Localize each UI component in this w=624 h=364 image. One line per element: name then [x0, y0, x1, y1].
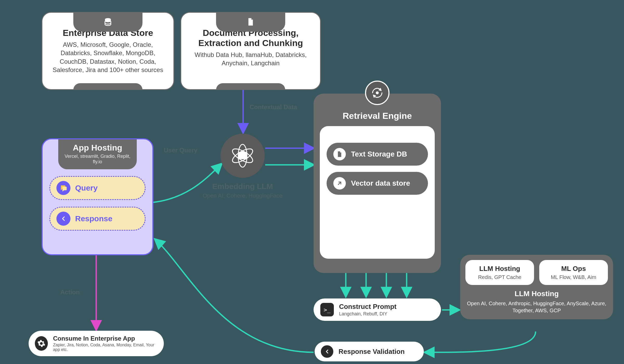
- embedding-desc: Open AI, Cohere, HuggingFace: [200, 192, 285, 199]
- enterprise-data-store-tab: [73, 12, 142, 32]
- construct-prompt-pill: >_ Construct Prompt Langchain, Rebuff, D…: [314, 298, 441, 321]
- retrieval-engine-body: Text Storage DB Vector data store: [320, 126, 435, 259]
- text-storage-pill: Text Storage DB: [327, 143, 428, 166]
- llm-hosting-main-desc: Open AI, Cohere, Anthropic, HuggingFace,…: [465, 300, 608, 314]
- app-hosting-title: App Hosting: [64, 143, 131, 153]
- embedding-atom-icon: [229, 142, 257, 170]
- response-validation-label: Response Validation: [339, 348, 405, 356]
- gear-icon: [35, 336, 48, 351]
- mlops-card: ML Ops ML Flow, W&B, Aim: [539, 260, 608, 285]
- chat-icon: [56, 181, 70, 195]
- edge-label-action: Action: [60, 289, 80, 296]
- llm-hosting-panel: LLM Hosting Redis, GPT Cache ML Ops ML F…: [460, 255, 613, 319]
- llm-hosting-main-title: LLM Hosting: [465, 290, 608, 298]
- consume-app-pill: Consume In Enterprise App Zapier, Jira, …: [29, 331, 164, 356]
- query-label: Query: [75, 184, 98, 192]
- llm-cache-title: LLM Hosting: [470, 265, 530, 273]
- document-processing-card: Document Processing, Extraction and Chun…: [180, 12, 321, 90]
- svg-rect-5: [238, 153, 247, 159]
- app-hosting-desc: Vercel, streamlit, Gradio, Replit, fly.i…: [64, 154, 131, 165]
- consume-app-desc: Zapier, Jira, Notion, Coda, Asana, Monda…: [53, 343, 158, 352]
- enterprise-data-store-tab-bottom: [73, 83, 142, 90]
- llm-cache-card: LLM Hosting Redis, GPT Cache: [465, 260, 534, 285]
- arrow-left-icon: [321, 345, 333, 358]
- refresh-gear-icon: [365, 81, 389, 105]
- document-fill-icon: [333, 148, 346, 160]
- construct-prompt-desc: Langchain, Rebuff, DIY: [339, 311, 396, 317]
- enterprise-data-store-desc: AWS, Microsoft, Google, Oracle, Databric…: [51, 41, 165, 74]
- document-processing-tab-bottom: [216, 83, 285, 90]
- diagram-canvas: Enterprise Data Store AWS, Microsoft, Go…: [0, 0, 624, 364]
- arrow-up-right-icon: [333, 177, 346, 190]
- embedding-node: [220, 134, 265, 178]
- app-hosting-panel: App Hosting Vercel, streamlit, Gradio, R…: [42, 138, 153, 255]
- retrieval-engine-title: Retrieval Engine: [320, 111, 435, 121]
- terminal-icon: >_: [320, 303, 334, 316]
- arrow-left-circle-icon: [56, 212, 70, 226]
- retrieval-engine-panel: Retrieval Engine Text Storage DB Vector …: [314, 94, 441, 273]
- enterprise-data-store-card: Enterprise Data Store AWS, Microsoft, Go…: [42, 12, 174, 90]
- llm-cache-desc: Redis, GPT Cache: [470, 274, 530, 280]
- database-stack-icon: [103, 17, 112, 26]
- query-pill: Query: [49, 176, 146, 200]
- document-processing-tab: [216, 12, 285, 32]
- embedding-title: Embedding LLM: [200, 182, 285, 191]
- construct-prompt-title: Construct Prompt: [339, 303, 396, 311]
- edge-label-contextual-data: Contextual Data: [250, 103, 297, 111]
- vector-store-pill: Vector data store: [327, 172, 428, 195]
- embedding-labels: Embedding LLM Open AI, Cohere, HuggingFa…: [200, 182, 285, 199]
- mlops-title: ML Ops: [543, 265, 604, 273]
- llm-hosting-main: LLM Hosting Open AI, Cohere, Anthropic, …: [465, 290, 608, 314]
- response-pill: Response: [49, 207, 146, 231]
- response-validation-pill: Response Validation: [315, 342, 424, 361]
- response-label: Response: [75, 214, 112, 223]
- svg-point-6: [376, 91, 379, 94]
- vector-store-label: Vector data store: [351, 179, 410, 187]
- edge-label-user-query: User Query: [164, 147, 197, 154]
- consume-app-title: Consume In Enterprise App: [53, 335, 158, 342]
- mlops-desc: ML Flow, W&B, Aim: [543, 274, 604, 280]
- document-processing-desc: Withub Data Hub, llamaHub, Databricks, A…: [190, 51, 311, 68]
- app-hosting-header: App Hosting Vercel, streamlit, Gradio, R…: [58, 139, 137, 169]
- document-icon: [246, 17, 255, 26]
- text-storage-label: Text Storage DB: [351, 150, 407, 158]
